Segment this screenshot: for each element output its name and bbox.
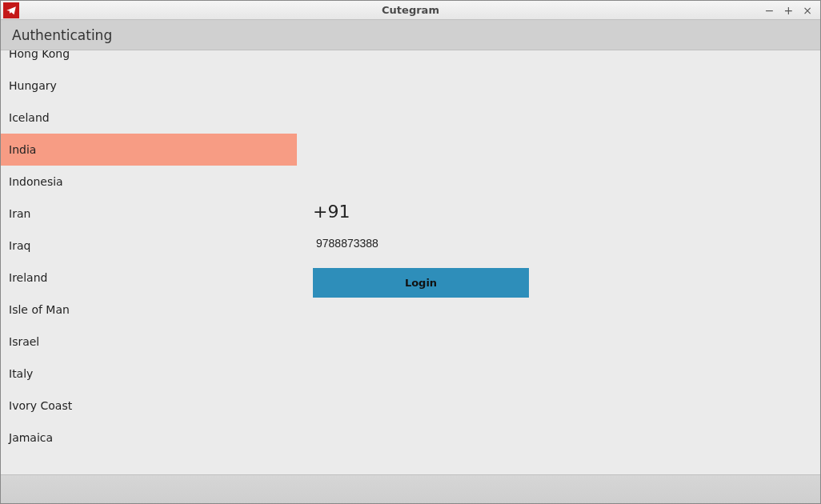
login-button[interactable]: Login — [313, 268, 529, 298]
telegram-icon — [3, 2, 19, 18]
country-item-label: Iraq — [9, 239, 30, 252]
minimize-button[interactable]: − — [765, 5, 775, 16]
dial-code-label: +91 — [313, 202, 350, 222]
country-item[interactable]: Hong Kong — [1, 50, 297, 70]
country-item[interactable]: Isle of Man — [1, 294, 297, 326]
country-item[interactable]: Italy — [1, 358, 297, 390]
country-item[interactable]: Indonesia — [1, 166, 297, 198]
country-item-label: Indonesia — [9, 175, 63, 188]
country-item-label: Jamaica — [9, 431, 53, 444]
country-item[interactable]: Iran — [1, 198, 297, 230]
country-item-label: Ireland — [9, 271, 47, 284]
country-item[interactable]: India — [1, 134, 297, 166]
country-item-label: Hungary — [9, 79, 57, 92]
country-list[interactable]: Hong KongHungaryIcelandIndiaIndonesiaIra… — [1, 50, 297, 474]
country-item-label: Italy — [9, 367, 33, 380]
content-area: Hong KongHungaryIcelandIndiaIndonesiaIra… — [1, 50, 820, 474]
page-title: Authenticating — [12, 27, 112, 43]
country-item-label: Isle of Man — [9, 303, 70, 316]
country-item-label: Hong Kong — [9, 50, 70, 60]
maximize-button[interactable]: + — [784, 5, 794, 16]
country-item-label: Ivory Coast — [9, 399, 72, 412]
app-window: Cutegram − + × Authenticating Hong KongH… — [0, 0, 821, 504]
country-item[interactable]: Ivory Coast — [1, 390, 297, 422]
country-item-label: Iceland — [9, 111, 50, 124]
country-item-label: India — [9, 143, 36, 156]
country-item-label: Israel — [9, 335, 39, 348]
country-item[interactable]: Iraq — [1, 230, 297, 262]
window-title: Cutegram — [1, 4, 820, 16]
close-button[interactable]: × — [803, 5, 812, 16]
titlebar: Cutegram − + × — [1, 1, 820, 20]
country-item-label: Iran — [9, 207, 30, 220]
login-panel: +91 Login — [297, 50, 820, 474]
header-bar: Authenticating — [1, 20, 820, 50]
phone-input[interactable] — [313, 233, 529, 254]
country-item[interactable]: Iceland — [1, 102, 297, 134]
country-item[interactable]: Israel — [1, 326, 297, 358]
country-item[interactable]: Jamaica — [1, 422, 297, 454]
login-button-label: Login — [405, 277, 437, 289]
country-item[interactable]: Ireland — [1, 262, 297, 294]
window-controls: − + × — [765, 5, 820, 16]
country-item[interactable]: Hungary — [1, 70, 297, 102]
status-bar — [1, 474, 820, 503]
